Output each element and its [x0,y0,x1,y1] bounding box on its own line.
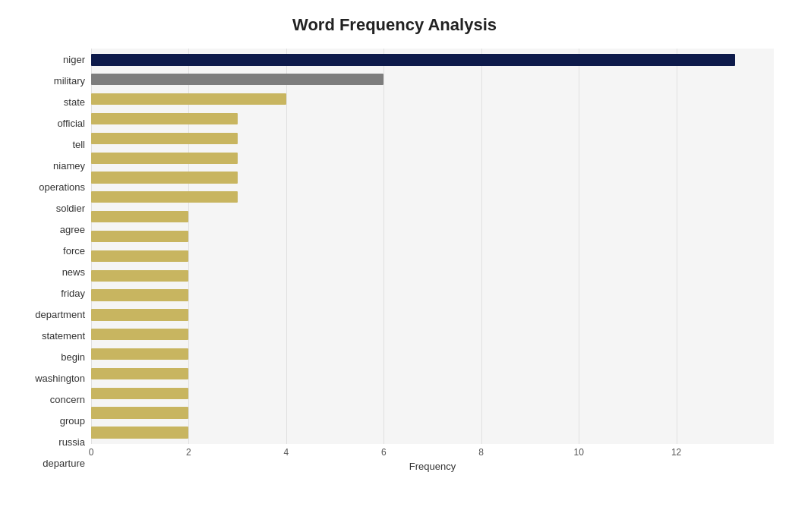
x-tick-12: 12 [671,447,681,458]
bar-begin [91,329,188,340]
bar-row-friday [91,266,774,285]
x-tick-0: 0 [89,447,94,458]
bar-news [91,250,188,262]
plot-area [91,49,774,444]
bar-friday [91,270,188,282]
bar-row-statement [91,305,774,325]
chart-area: nigermilitarystateofficialtellniameyoper… [15,49,774,474]
bar-russia [91,407,188,418]
bar-row-official [91,109,774,129]
bar-row-news [91,246,774,266]
bar-row-operations [91,168,774,187]
bar-state [91,93,286,105]
bar-tell [91,133,238,144]
bars-and-xaxis: 024681012 Frequency [91,49,774,474]
bar-group [91,388,188,399]
y-label-niger: niger [63,55,85,65]
y-label-soldier: soldier [56,203,85,213]
chart-title: Word Frequency Analysis [15,15,774,35]
bar-row-begin [91,325,774,345]
bar-official [91,113,238,124]
bar-force [91,231,188,242]
x-axis-label: Frequency [91,461,774,472]
bar-row-agree [91,207,774,227]
y-label-friday: friday [61,288,85,298]
bar-row-concern [91,364,774,384]
y-label-state: state [64,97,85,107]
y-label-niamey: niamey [53,161,85,171]
bar-departure [91,427,188,438]
y-label-news: news [62,267,85,277]
y-label-statement: statement [42,331,85,341]
bar-operations [91,172,238,183]
bar-row-department [91,285,774,305]
bar-department [91,289,188,301]
y-label-begin: begin [61,352,85,362]
bar-agree [91,211,188,222]
x-tick-8: 8 [478,447,484,458]
bar-niamey [91,153,238,164]
bar-row-russia [91,403,774,423]
bar-row-niger [91,50,774,70]
bar-row-departure [91,423,774,442]
y-label-force: force [63,246,85,256]
bar-military [91,74,383,85]
y-label-tell: tell [72,140,85,150]
bar-row-tell [91,128,774,148]
x-axis: 024681012 Frequency [91,444,774,474]
x-tick-4: 4 [284,447,289,458]
y-label-military: military [54,76,85,86]
bar-row-niamey [91,148,774,168]
x-tick-6: 6 [381,447,387,458]
chart-container: Word Frequency Analysis nigermilitarysta… [0,0,789,532]
x-tick-2: 2 [186,447,191,458]
bar-niger [91,54,735,65]
bar-row-soldier [91,187,774,207]
y-label-russia: russia [58,437,85,447]
bar-row-force [91,227,774,247]
bar-row-washington [91,345,774,364]
bar-row-group [91,383,774,403]
y-label-group: group [60,416,85,426]
bar-washington [91,348,188,360]
y-axis: nigermilitarystateofficialtellniameyoper… [15,49,91,474]
x-tick-10: 10 [573,447,583,458]
y-label-washington: washington [35,373,85,383]
y-label-departure: departure [43,458,85,468]
bar-row-military [91,70,774,90]
bar-concern [91,368,188,379]
y-label-agree: agree [60,225,85,235]
bar-soldier [91,191,238,203]
y-label-department: department [35,310,85,320]
bar-row-state [91,90,774,109]
bar-statement [91,309,188,320]
y-label-concern: concern [50,395,85,405]
y-label-operations: operations [39,182,85,192]
y-label-official: official [57,118,85,128]
